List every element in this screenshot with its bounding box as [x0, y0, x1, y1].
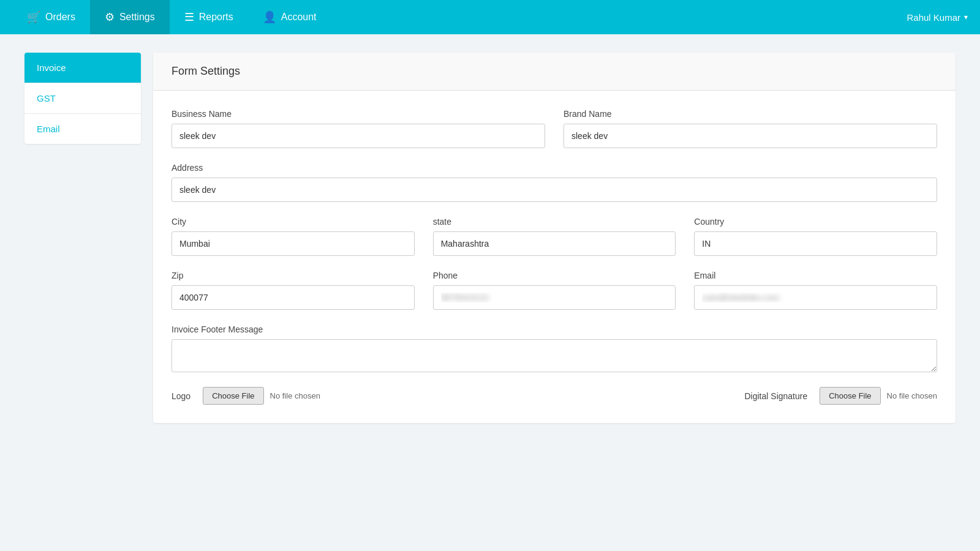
signature-choose-file-button[interactable]: Choose File: [820, 387, 880, 405]
group-address: Address: [172, 163, 937, 202]
nav-account[interactable]: 👤 Account: [248, 0, 331, 34]
row-business-brand: Business Name Brand Name: [172, 109, 937, 148]
reports-icon: ☰: [184, 10, 194, 24]
email-input[interactable]: [694, 285, 937, 310]
row-footer-message: Invoice Footer Message: [172, 324, 937, 372]
user-name: Rahul Kumar: [907, 12, 960, 23]
account-label: Account: [281, 12, 317, 23]
signature-upload-section: Digital Signature Choose File No file ch…: [745, 387, 938, 405]
zip-input[interactable]: [172, 285, 415, 310]
group-city: City: [172, 217, 415, 256]
city-label: City: [172, 217, 415, 227]
sidebar-item-invoice[interactable]: Invoice: [24, 53, 141, 83]
row-address: Address: [172, 163, 937, 202]
group-phone: Phone: [433, 271, 676, 310]
phone-label: Phone: [433, 271, 676, 280]
group-footer-message: Invoice Footer Message: [172, 324, 937, 372]
user-menu[interactable]: Rahul Kumar ▾: [907, 12, 968, 23]
row-zip-phone-email: Zip Phone Email: [172, 271, 937, 310]
group-brand-name: Brand Name: [564, 109, 937, 148]
chevron-down-icon: ▾: [964, 13, 968, 21]
nav-reports[interactable]: ☰ Reports: [170, 0, 248, 34]
nav-left: 🛒 Orders ⚙ Settings ☰ Reports 👤 Account: [12, 0, 907, 34]
main-container: Invoice GST Email Form Settings Business…: [12, 34, 968, 441]
group-country: Country: [694, 217, 937, 256]
country-label: Country: [694, 217, 937, 227]
form-body: Business Name Brand Name Address City: [153, 91, 956, 423]
footer-message-input[interactable]: [172, 339, 937, 372]
settings-icon: ⚙: [105, 10, 115, 24]
country-input[interactable]: [694, 231, 937, 256]
group-state: state: [433, 217, 676, 256]
phone-input[interactable]: [433, 285, 676, 310]
logo-choose-file-button[interactable]: Choose File: [203, 387, 263, 405]
logo-label: Logo: [172, 391, 190, 401]
address-label: Address: [172, 163, 937, 173]
content-area: Form Settings Business Name Brand Name A…: [153, 53, 956, 423]
navbar: 🛒 Orders ⚙ Settings ☰ Reports 👤 Account …: [0, 0, 980, 34]
footer-message-label: Invoice Footer Message: [172, 324, 937, 334]
group-zip: Zip: [172, 271, 415, 310]
row-city-state-country: City state Country: [172, 217, 937, 256]
business-name-label: Business Name: [172, 109, 545, 119]
account-icon: 👤: [263, 10, 276, 24]
file-upload-row: Logo Choose File No file chosen Digital …: [172, 387, 937, 405]
group-business-name: Business Name: [172, 109, 545, 148]
cart-icon: 🛒: [27, 10, 40, 24]
address-input[interactable]: [172, 178, 937, 202]
state-input[interactable]: [433, 231, 676, 256]
city-input[interactable]: [172, 231, 415, 256]
zip-label: Zip: [172, 271, 415, 280]
settings-label: Settings: [119, 12, 155, 23]
logo-no-file-text: No file chosen: [270, 391, 320, 400]
nav-orders[interactable]: 🛒 Orders: [12, 0, 90, 34]
sidebar: Invoice GST Email: [24, 53, 141, 144]
signature-no-file-text: No file chosen: [887, 391, 937, 400]
brand-name-label: Brand Name: [564, 109, 937, 119]
orders-label: Orders: [45, 12, 75, 23]
state-label: state: [433, 217, 676, 227]
form-settings-header: Form Settings: [153, 53, 956, 91]
business-name-input[interactable]: [172, 124, 545, 148]
brand-name-input[interactable]: [564, 124, 937, 148]
sidebar-item-email[interactable]: Email: [24, 114, 141, 144]
reports-label: Reports: [199, 12, 233, 23]
logo-upload-section: Logo Choose File No file chosen: [172, 387, 320, 405]
group-email: Email: [694, 271, 937, 310]
sidebar-item-gst[interactable]: GST: [24, 83, 141, 114]
nav-settings[interactable]: ⚙ Settings: [90, 0, 170, 34]
email-label: Email: [694, 271, 937, 280]
digital-signature-label: Digital Signature: [745, 391, 808, 401]
